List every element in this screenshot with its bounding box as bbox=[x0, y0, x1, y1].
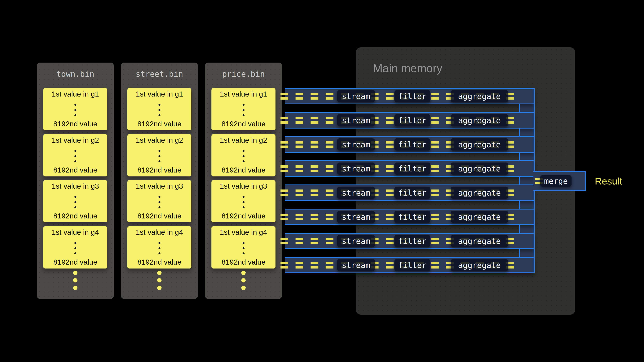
group-first-value: 1st value in g2 bbox=[127, 136, 192, 144]
file-name: street.bin bbox=[121, 69, 198, 78]
group-first-value: 1st value in g3 bbox=[212, 182, 276, 190]
more-groups-dots-icon bbox=[205, 271, 282, 290]
group-last-value: 8192nd value bbox=[212, 258, 276, 266]
value-group-box: 1st value in g2 8192nd value bbox=[127, 134, 192, 176]
gap-border-segment bbox=[519, 249, 520, 257]
group-last-value: 8192nd value bbox=[127, 120, 192, 128]
value-group-box: 1st value in g3 8192nd value bbox=[212, 180, 276, 222]
group-first-value: 1st value in g4 bbox=[43, 228, 107, 237]
filter-chip: filter bbox=[394, 259, 430, 271]
group-last-value: 8192nd value bbox=[43, 258, 107, 266]
value-group-box: 1st value in g1 8192nd value bbox=[43, 88, 107, 130]
aggregate-chip: aggregate bbox=[451, 162, 508, 175]
gap-border-segment bbox=[519, 201, 520, 209]
group-first-value: 1st value in g4 bbox=[212, 228, 276, 237]
gap-border-segment bbox=[519, 104, 520, 112]
main-memory-title: Main memory bbox=[373, 62, 442, 75]
group-last-value: 8192nd value bbox=[43, 166, 107, 174]
thread-row: stream filter aggregate bbox=[285, 233, 535, 249]
stream-chip: stream bbox=[337, 138, 375, 150]
aggregate-chip: aggregate bbox=[451, 114, 508, 126]
aggregate-chip: aggregate bbox=[451, 235, 508, 247]
value-group-box: 1st value in g2 8192nd value bbox=[212, 134, 276, 176]
ellipsis-dots-icon bbox=[43, 104, 107, 116]
group-last-value: 8192nd value bbox=[212, 166, 276, 174]
gap-border-segment bbox=[519, 225, 520, 233]
value-group-box: 1st value in g3 8192nd value bbox=[127, 180, 192, 222]
ellipsis-dots-icon bbox=[127, 104, 192, 116]
value-group-box: 1st value in g3 8192nd value bbox=[43, 180, 107, 222]
thread-row: stream filter aggregate bbox=[285, 257, 535, 273]
stream-chip: stream bbox=[337, 259, 375, 271]
group-first-value: 1st value in g2 bbox=[212, 136, 276, 144]
thread-row: stream filter aggregate bbox=[285, 160, 535, 177]
ellipsis-dots-icon bbox=[127, 196, 192, 208]
aggregate-chip: aggregate bbox=[451, 187, 508, 199]
value-group-box: 1st value in g2 8192nd value bbox=[43, 134, 107, 176]
file-name: price.bin bbox=[205, 69, 282, 78]
filter-chip: filter bbox=[394, 187, 430, 199]
more-groups-dots-icon bbox=[121, 271, 198, 290]
gap-border-segment bbox=[519, 177, 520, 184]
diagram-stage: Main memory town.bin 1st value in g1 819… bbox=[0, 0, 644, 362]
stream-chip: stream bbox=[337, 211, 375, 223]
stream-chip: stream bbox=[337, 235, 375, 247]
group-first-value: 1st value in g3 bbox=[127, 182, 192, 190]
group-last-value: 8192nd value bbox=[127, 212, 192, 220]
file-panel: street.bin 1st value in g1 8192nd value … bbox=[121, 62, 198, 299]
group-first-value: 1st value in g4 bbox=[127, 228, 192, 237]
thread-row: stream filter aggregate bbox=[285, 209, 535, 225]
ellipsis-dots-icon bbox=[212, 242, 276, 254]
result-label: Result bbox=[595, 176, 622, 187]
ellipsis-dots-icon bbox=[212, 150, 276, 162]
thread-row: stream filter aggregate bbox=[285, 112, 535, 128]
group-last-value: 8192nd value bbox=[43, 120, 107, 128]
ellipsis-dots-icon bbox=[43, 196, 107, 208]
aggregate-chip: aggregate bbox=[451, 138, 508, 150]
thread-row: stream filter aggregate bbox=[285, 88, 535, 104]
group-last-value: 8192nd value bbox=[212, 120, 276, 128]
gap-border-segment bbox=[519, 128, 520, 136]
stream-chip: stream bbox=[337, 162, 375, 175]
merge-stub: merge bbox=[534, 171, 586, 191]
group-last-value: 8192nd value bbox=[43, 212, 107, 220]
group-first-value: 1st value in g2 bbox=[43, 136, 107, 144]
aggregate-chip: aggregate bbox=[451, 211, 508, 223]
group-first-value: 1st value in g1 bbox=[43, 90, 107, 98]
value-group-box: 1st value in g1 8192nd value bbox=[127, 88, 192, 130]
aggregate-chip: aggregate bbox=[451, 90, 508, 102]
filter-chip: filter bbox=[394, 235, 430, 247]
group-first-value: 1st value in g1 bbox=[127, 90, 192, 98]
thread-row: stream filter aggregate bbox=[285, 136, 535, 153]
more-groups-dots-icon bbox=[37, 271, 114, 290]
stream-chip: stream bbox=[337, 114, 375, 126]
ellipsis-dots-icon bbox=[43, 242, 107, 254]
aggregate-chip: aggregate bbox=[451, 259, 508, 271]
ellipsis-dots-icon bbox=[127, 150, 192, 162]
filter-chip: filter bbox=[394, 90, 430, 102]
stream-chip: stream bbox=[337, 187, 375, 199]
group-first-value: 1st value in g3 bbox=[43, 182, 107, 190]
value-group-box: 1st value in g4 8192nd value bbox=[43, 226, 107, 269]
ellipsis-dots-icon bbox=[212, 104, 276, 116]
group-last-value: 8192nd value bbox=[127, 166, 192, 174]
ellipsis-dots-icon bbox=[43, 150, 107, 162]
file-panel: town.bin 1st value in g1 8192nd value 1s… bbox=[37, 62, 114, 299]
stream-chip: stream bbox=[337, 90, 375, 102]
group-first-value: 1st value in g1 bbox=[212, 90, 276, 98]
ellipsis-dots-icon bbox=[212, 196, 276, 208]
filter-chip: filter bbox=[394, 138, 430, 150]
group-last-value: 8192nd value bbox=[127, 258, 192, 266]
file-name: town.bin bbox=[37, 69, 114, 78]
gap-border-segment bbox=[519, 153, 520, 160]
filter-chip: filter bbox=[394, 211, 430, 223]
file-panel: price.bin 1st value in g1 8192nd value 1… bbox=[205, 62, 282, 299]
thread-row: stream filter aggregate bbox=[285, 184, 535, 201]
filter-chip: filter bbox=[394, 162, 430, 175]
ellipsis-dots-icon bbox=[127, 242, 192, 254]
value-group-box: 1st value in g4 8192nd value bbox=[127, 226, 192, 269]
group-last-value: 8192nd value bbox=[212, 212, 276, 220]
merge-chip: merge bbox=[540, 175, 572, 187]
value-group-box: 1st value in g1 8192nd value bbox=[212, 88, 276, 130]
value-group-box: 1st value in g4 8192nd value bbox=[212, 226, 276, 269]
